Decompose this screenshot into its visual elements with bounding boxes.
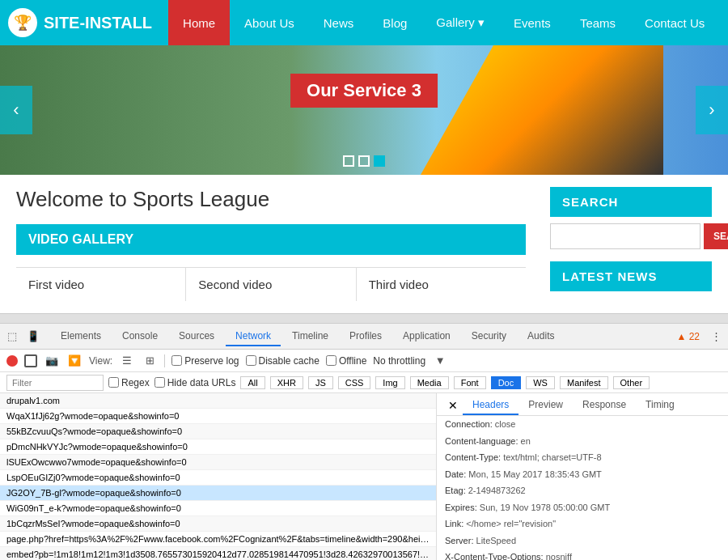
throttling-dropdown-icon[interactable]: ▼	[432, 353, 448, 369]
filter-font[interactable]: Font	[454, 376, 486, 389]
filter-media[interactable]: Media	[410, 376, 449, 389]
nav-items: Home About Us News Blog Gallery ▾ Events…	[168, 0, 719, 45]
header-date: Date: Mon, 15 May 2017 18:35:43 GMT	[437, 466, 728, 483]
hero-dot-3[interactable]	[374, 155, 385, 167]
nav-gallery[interactable]: Gallery ▾	[421, 0, 499, 45]
tab-profiles[interactable]: Profiles	[340, 327, 392, 346]
main-content: Welcome to Sports League VIDEO GALLERY F…	[0, 175, 728, 313]
hero-prev-button[interactable]: ‹	[0, 86, 32, 134]
search-button[interactable]: SEARCH	[704, 223, 728, 249]
tab-network[interactable]: Network	[226, 327, 281, 346]
preserve-log-checkbox[interactable]: Preserve log	[171, 355, 239, 367]
filter-img[interactable]: Img	[375, 376, 404, 389]
header-server: Server: LiteSpeed	[437, 532, 728, 549]
hero-dot-1[interactable]	[343, 155, 354, 167]
regex-checkbox[interactable]: Regex	[108, 377, 150, 388]
disable-cache-checkbox[interactable]: Disable cache	[246, 355, 320, 367]
filter-xhr[interactable]: XHR	[270, 376, 303, 389]
headers-tab-headers[interactable]: Headers	[463, 396, 518, 415]
filter-doc[interactable]: Doc	[491, 376, 522, 389]
scroll-bar[interactable]	[0, 313, 728, 323]
inspect-icon[interactable]: ⬚	[4, 329, 20, 345]
net-item-9[interactable]: page.php?href=https%3A%2F%2Fwww.facebook…	[0, 532, 436, 547]
latest-news-label: LATEST NEWS	[550, 261, 712, 291]
hero-image	[421, 45, 663, 175]
net-item-10[interactable]: embed?pb=!1m18!1m12!1m3!1d3508.765573015…	[0, 547, 436, 560]
filter-other[interactable]: Other	[613, 376, 650, 389]
search-input[interactable]	[550, 223, 700, 249]
hero-next-button[interactable]: ›	[696, 86, 728, 134]
net-item-5[interactable]: LspOEuGIZj0?wmode=opaque&showinfo=0	[0, 470, 436, 486]
tab-application[interactable]: Application	[393, 327, 460, 346]
hero-banner: ‹ Our Service 3 ›	[0, 45, 728, 175]
header-link: Link: </home> rel="revision"	[437, 515, 728, 532]
nav-about[interactable]: About Us	[230, 0, 309, 45]
filter-bar: Regex Hide data URLs All XHR JS CSS Img …	[0, 372, 728, 393]
headers-tab-preview[interactable]: Preview	[518, 396, 573, 415]
video-item-1[interactable]: First video	[16, 268, 186, 301]
camera-icon[interactable]: 📷	[44, 353, 60, 369]
device-icon[interactable]: 📱	[25, 329, 41, 345]
headers-tab-timing[interactable]: Timing	[636, 396, 684, 415]
search-label: SEARCH	[550, 187, 712, 217]
header-connection: Connection: close	[437, 416, 728, 433]
nav-home[interactable]: Home	[168, 0, 230, 45]
filter-icon[interactable]: 🔽	[66, 353, 83, 369]
devtools-panel: ⬚ 📱 Elements Console Sources Network Tim…	[0, 323, 728, 560]
video-item-3[interactable]: Third video	[357, 268, 526, 301]
filter-all[interactable]: All	[240, 376, 265, 389]
devtools-icons: ⬚ 📱	[4, 329, 41, 345]
site-logo[interactable]: 🏆 SITE-INSTALL	[8, 8, 152, 37]
headers-tab-response[interactable]: Response	[573, 396, 636, 415]
nav-teams[interactable]: Teams	[565, 0, 630, 45]
video-item-2[interactable]: Second video	[186, 268, 356, 301]
no-throttling-label: No throttling	[373, 355, 425, 367]
list-view-icon[interactable]: ☰	[119, 353, 135, 369]
net-item-3[interactable]: pDmcNHkVYJc?wmode=opaque&showinfo=0	[0, 439, 436, 455]
net-item-6[interactable]: JG2OY_7B-gl?wmode=opaque&showinfo=0	[0, 486, 436, 501]
filter-input[interactable]	[6, 375, 104, 391]
record-button[interactable]	[6, 355, 18, 367]
nav-blog[interactable]: Blog	[368, 0, 421, 45]
tab-sources[interactable]: Sources	[169, 327, 224, 346]
headers-panel: ✕ Headers Preview Response Timing Connec…	[437, 393, 728, 560]
grouped-view-icon[interactable]: ⊞	[142, 353, 158, 369]
more-options-icon[interactable]: ⋮	[708, 329, 724, 345]
devtools-tab-bar: ⬚ 📱 Elements Console Sources Network Tim…	[0, 324, 728, 350]
devtools-main-area: drupalv1.com WqaX1fJj62g?wmode=opaque&sh…	[0, 393, 728, 560]
tab-elements[interactable]: Elements	[51, 327, 111, 346]
tab-security[interactable]: Security	[462, 327, 516, 346]
filter-ws[interactable]: WS	[526, 376, 555, 389]
tab-audits[interactable]: Audits	[518, 327, 564, 346]
net-item-1[interactable]: WqaX1fJj62g?wmode=opaque&showinfo=0	[0, 409, 436, 424]
filter-js[interactable]: JS	[308, 376, 333, 389]
hide-data-urls-checkbox[interactable]: Hide data URLs	[154, 377, 236, 388]
net-item-4[interactable]: lSUExOwcwwo7wmode=opaque&showinfo=0	[0, 455, 436, 470]
content-right: SEARCH SEARCH LATEST NEWS	[550, 187, 712, 301]
net-item-0[interactable]: drupalv1.com	[0, 393, 436, 409]
net-item-2[interactable]: 55kBZcvuuQs?wmode=opaque&showinfo=0	[0, 424, 436, 439]
network-requests-list: drupalv1.com WqaX1fJj62g?wmode=opaque&sh…	[0, 393, 437, 560]
header-expires: Expires: Sun, 19 Nov 1978 05:00:00 GMT	[437, 499, 728, 516]
nav-news[interactable]: News	[309, 0, 369, 45]
site-name: SITE-INSTALL	[44, 14, 152, 32]
filter-css[interactable]: CSS	[338, 376, 371, 389]
header-content-type: Content-Type: text/html; charset=UTF-8	[437, 449, 728, 466]
top-navigation: 🏆 SITE-INSTALL Home About Us News Blog G…	[0, 0, 728, 45]
filter-manifest[interactable]: Manifest	[560, 376, 608, 389]
hero-dot-2[interactable]	[358, 155, 370, 167]
tab-timeline[interactable]: Timeline	[282, 327, 338, 346]
net-item-8[interactable]: 1bCqzrMsSeI?wmode=opaque&showinfo=0	[0, 516, 436, 532]
trophy-icon: 🏆	[8, 8, 37, 37]
net-item-7[interactable]: WiG09nT_e-k?wmode=opaque&showinfo=0	[0, 501, 436, 516]
tab-console[interactable]: Console	[112, 327, 167, 346]
hero-service-label: Our Service 3	[290, 74, 438, 108]
content-left: Welcome to Sports League VIDEO GALLERY F…	[16, 187, 534, 301]
nav-events[interactable]: Events	[499, 0, 565, 45]
close-headers-icon[interactable]: ✕	[443, 396, 463, 415]
clear-button[interactable]	[24, 354, 37, 367]
nav-contact[interactable]: Contact Us	[630, 0, 719, 45]
offline-checkbox[interactable]: Offline	[326, 355, 366, 367]
headers-tab-bar: ✕ Headers Preview Response Timing	[437, 393, 728, 416]
header-content-language: Content-language: en	[437, 433, 728, 450]
